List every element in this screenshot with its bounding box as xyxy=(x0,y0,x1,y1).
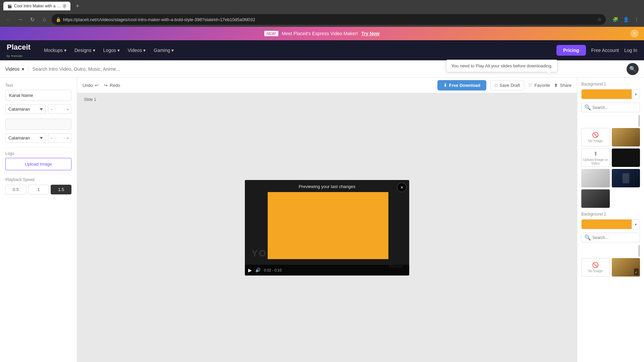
speed-1-5[interactable]: 1.5 xyxy=(51,185,71,194)
upload-label: Upload Image or Video xyxy=(582,158,609,165)
undo-button[interactable]: Undo ↩ xyxy=(83,83,99,88)
bg-thumb-3[interactable] xyxy=(581,169,610,187)
free-account-button[interactable]: Free Account xyxy=(591,48,619,53)
no-image-icon: 🚫 xyxy=(592,132,599,138)
logo-name: Placeit xyxy=(7,43,31,51)
bookmark-icon[interactable]: ☆ xyxy=(597,17,602,22)
nav-mockups[interactable]: Mockups ▾ xyxy=(44,48,66,53)
nav-videos[interactable]: Videos ▾ xyxy=(128,48,146,53)
text-input-field[interactable] xyxy=(5,90,71,101)
bg-thumb-2-1[interactable]: ✓ xyxy=(612,258,640,277)
close-preview-button[interactable]: × xyxy=(397,183,407,192)
bg2-search-input[interactable] xyxy=(592,235,637,240)
font-size-increase-2[interactable]: + xyxy=(64,135,71,141)
redo-button[interactable]: ↪ Redo xyxy=(104,83,120,88)
bg1-color-arrow-icon[interactable]: ▾ xyxy=(632,89,640,99)
middle-area: Undo ↩ ↪ Redo ⬇ Free Download □ Save Dra… xyxy=(77,78,577,362)
promo-text: Meet Placeit's Express Video Maker! xyxy=(282,31,358,36)
no-image-icon-2: 🚫 xyxy=(592,262,599,268)
redo-label: Redo xyxy=(110,83,120,88)
forward-button[interactable]: → xyxy=(15,15,25,24)
logo[interactable]: Placeit by ✦envato xyxy=(7,43,31,58)
back-button[interactable]: ← xyxy=(3,15,13,24)
video-area: Slide 1 Previewing your last changes YOU… xyxy=(77,93,577,362)
close-banner-button[interactable]: × xyxy=(631,29,639,38)
text-section-label: Text xyxy=(5,83,71,88)
speed-1[interactable]: 1 xyxy=(28,185,49,194)
font-size-control-1: − + xyxy=(48,104,71,114)
bg2-color-dropdown[interactable]: ▾ xyxy=(581,219,640,229)
undo-label: Undo xyxy=(83,83,93,88)
font-size-decrease-1[interactable]: − xyxy=(48,106,55,113)
volume-button[interactable]: 🔊 xyxy=(255,267,261,273)
bg-thumb-2[interactable] xyxy=(612,148,640,167)
font-select-1[interactable]: Catamaran xyxy=(5,104,46,114)
share-button[interactable]: ⬆ Share xyxy=(554,83,572,88)
bg1-color-preview xyxy=(582,89,632,99)
bg1-color-dropdown[interactable]: ▾ xyxy=(581,89,640,99)
bg2-color-arrow-icon[interactable]: ▾ xyxy=(632,220,640,229)
pricing-button[interactable]: Pricing xyxy=(556,45,586,56)
save-draft-button[interactable]: □ Save Draft xyxy=(490,80,524,90)
bg2-grid: 🚫 No Image ✓ xyxy=(581,258,640,277)
upload-image-button[interactable]: Upload Image xyxy=(5,158,71,170)
speed-0-5[interactable]: 0.5 xyxy=(5,185,26,194)
free-download-button[interactable]: ⬇ Free Download xyxy=(437,80,486,90)
refresh-button[interactable]: ↻ xyxy=(28,15,37,24)
tooltip-text: You need to Play All your slides before … xyxy=(451,63,552,68)
upload-icon: ⬆ xyxy=(593,150,598,157)
url-text: https://placeit.net/c/videos/stages/cool… xyxy=(63,17,595,22)
nav-logos[interactable]: Logos ▾ xyxy=(103,48,120,53)
scrollbar-bg1 xyxy=(638,115,640,127)
upload-video-option[interactable]: ⬆ Upload Image or Video xyxy=(581,148,610,167)
nav-gaming[interactable]: Gaming ▾ xyxy=(154,48,174,53)
no-image-option-2[interactable]: 🚫 No Image xyxy=(581,258,610,277)
bg-thumb-1[interactable] xyxy=(612,128,640,146)
undo-icon: ↩ xyxy=(95,83,99,88)
login-button[interactable]: Log In xyxy=(624,48,637,53)
nav-designs[interactable]: Designs ▾ xyxy=(74,48,95,53)
font-select-2[interactable]: Catamaran xyxy=(5,133,46,143)
download-icon: ⬇ xyxy=(443,83,447,88)
new-tab-button[interactable]: + xyxy=(73,2,82,10)
play-button[interactable]: ▶ xyxy=(248,267,252,273)
browser-tab[interactable]: 🎬 Cool Intro Maker with a Bold St... × xyxy=(3,2,70,10)
editor-toolbar: Undo ↩ ↪ Redo ⬇ Free Download □ Save Dra… xyxy=(77,78,577,93)
video-player[interactable]: Previewing your last changes YOUR INTRO … xyxy=(245,180,409,276)
bg2-label: Background 2 xyxy=(581,212,640,217)
nav-right: Pricing Free Account Log In xyxy=(556,45,637,56)
main-navigation: Placeit by ✦envato Mockups ▾ Designs ▾ L… xyxy=(0,40,644,60)
preview-message: Previewing your last changes xyxy=(245,184,409,189)
save-icon: □ xyxy=(495,83,497,88)
text-input-field-2[interactable] xyxy=(5,119,71,130)
heart-icon: ♡ xyxy=(528,83,532,88)
video-controls: ▶ 🔊 0:02 - 0:10 xyxy=(245,265,409,276)
bg1-search-input[interactable] xyxy=(592,105,637,110)
font-size-increase-1[interactable]: + xyxy=(64,106,71,113)
address-bar[interactable]: 🔒 https://placeit.net/c/videos/stages/co… xyxy=(52,14,606,25)
no-image-label-2: No Image xyxy=(588,269,603,273)
profile-icon[interactable]: 👤 xyxy=(622,15,630,23)
menu-icon[interactable]: ⋮ xyxy=(633,15,641,23)
close-tab-button[interactable]: × xyxy=(63,4,66,8)
left-panel: Text Catamaran − + Catamaran − + Logo xyxy=(0,78,77,362)
no-image-option[interactable]: 🚫 No Image xyxy=(581,128,610,146)
promo-banner: NEW! Meet Placeit's Express Video Maker!… xyxy=(0,27,644,40)
bg-thumb-5[interactable] xyxy=(581,189,610,208)
no-image-label: No Image xyxy=(588,139,603,143)
category-dropdown[interactable]: Videos ▾ xyxy=(5,66,29,72)
bg2-color-preview xyxy=(582,220,632,229)
search-icon: 🔍 xyxy=(584,104,591,111)
orange-overlay xyxy=(268,192,388,259)
favorite-button[interactable]: ♡ Favorite xyxy=(528,83,550,88)
home-button[interactable]: ⌂ xyxy=(40,15,49,24)
try-now-link[interactable]: Try Now xyxy=(361,31,379,36)
bg1-search[interactable]: 🔍 xyxy=(581,103,640,112)
font-size-control-2: − + xyxy=(48,133,71,143)
bg-thumb-4[interactable] xyxy=(612,169,640,187)
bg2-search[interactable]: 🔍 xyxy=(581,233,640,242)
search-button[interactable]: 🔍 xyxy=(627,63,639,75)
redo-icon: ↪ xyxy=(104,83,108,88)
font-size-decrease-2[interactable]: − xyxy=(48,135,55,141)
extensions-icon[interactable]: 🧩 xyxy=(611,15,619,23)
